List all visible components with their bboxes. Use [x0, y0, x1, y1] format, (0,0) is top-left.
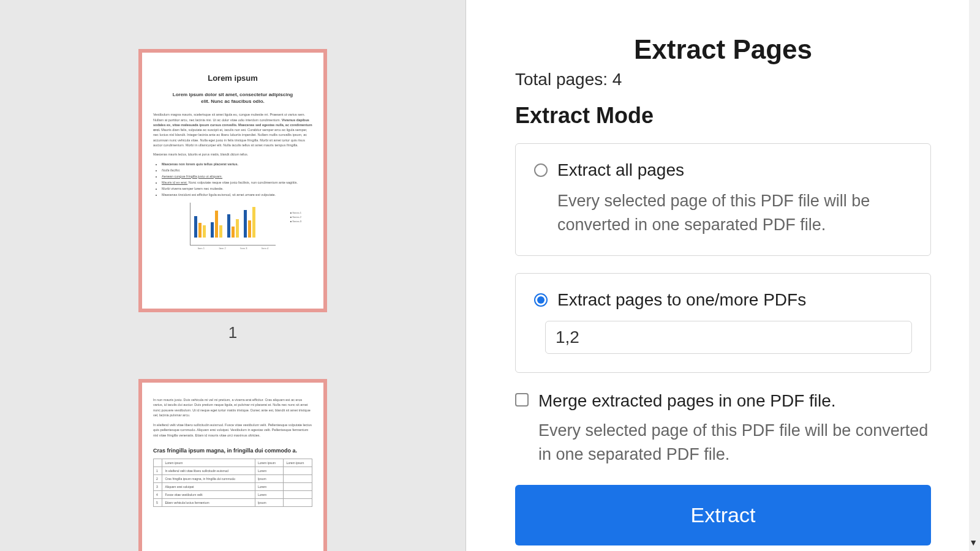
- doc-table: Lorem ipsumLorem ipsumLorem ipsum 1In el…: [153, 459, 312, 507]
- option-extract-all[interactable]: Extract all pages Every selected page of…: [515, 143, 931, 256]
- extract-settings-panel: ▼ Extract Pages Total pages: 4 Extract M…: [466, 0, 980, 551]
- doc-subtitle: Lorem ipsum dolor sit amet, consectetur …: [170, 91, 295, 105]
- radio-extract-range[interactable]: [534, 293, 548, 307]
- doc-section-heading: Cras fringilla ipsum magna, in fringilla…: [153, 448, 312, 454]
- option-extract-all-label: Extract all pages: [557, 160, 684, 181]
- doc-bullet-list: Maecenas non lorem quis tellus placerat …: [162, 162, 312, 197]
- bar-chart: ■ Series 1■ Series 2■ Series 3 Item 1Ite…: [190, 203, 276, 246]
- total-pages-value: 4: [612, 70, 622, 89]
- merge-label: Merge extracted pages in one PDF file.: [538, 390, 836, 412]
- page-thumbnail-1[interactable]: Lorem ipsum Lorem ipsum dolor sit amet, …: [138, 49, 327, 312]
- radio-extract-all[interactable]: [534, 163, 548, 177]
- total-pages-label: Total pages: 4: [515, 70, 931, 89]
- thumbnail-wrapper-2: In non mauris justo. Duis vehicula mi ve…: [138, 379, 327, 551]
- doc-paragraph: Vestibulum magna mauris, scelerisque sit…: [153, 112, 312, 148]
- page-number-label: 1: [228, 323, 237, 342]
- doc-title: Lorem ipsum: [153, 73, 312, 83]
- option-extract-range[interactable]: Extract pages to one/more PDFs: [515, 273, 931, 373]
- panel-title: Extract Pages: [515, 34, 931, 65]
- doc-paragraph: In non mauris justo. Duis vehicula mi ve…: [153, 397, 312, 418]
- page-thumbnails-panel: Lorem ipsum Lorem ipsum dolor sit amet, …: [0, 0, 466, 551]
- scroll-down-icon[interactable]: ▼: [969, 538, 978, 547]
- option-extract-all-desc: Every selected page of this PDF file wil…: [557, 189, 912, 237]
- doc-paragraph: In eleifend velit vitae libero sollicitu…: [153, 422, 312, 438]
- extract-button[interactable]: Extract: [515, 485, 931, 545]
- thumbnail-wrapper-1: Lorem ipsum Lorem ipsum dolor sit amet, …: [138, 49, 327, 342]
- page-range-input[interactable]: [545, 321, 912, 354]
- chart-legend: ■ Series 1■ Series 2■ Series 3: [290, 211, 301, 224]
- doc-paragraph: Maecenas mauris lectus, lobortis et puru…: [153, 152, 312, 157]
- page-thumbnail-2[interactable]: In non mauris justo. Duis vehicula mi ve…: [138, 379, 327, 551]
- merge-desc: Every selected page of this PDF file wil…: [538, 419, 931, 467]
- extract-mode-heading: Extract Mode: [515, 103, 931, 129]
- scrollbar-track[interactable]: ▼: [969, 0, 980, 551]
- option-extract-range-label: Extract pages to one/more PDFs: [557, 290, 806, 310]
- merge-option-row[interactable]: Merge extracted pages in one PDF file.: [515, 390, 931, 412]
- checkbox-merge[interactable]: [515, 393, 529, 407]
